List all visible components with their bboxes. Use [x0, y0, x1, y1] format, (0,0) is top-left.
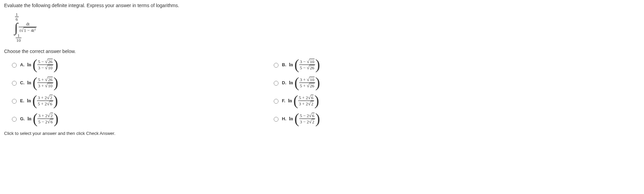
choice-h[interactable]: H. ln( 5 − 2√6 3 − 2√2 ): [272, 113, 534, 125]
choice-e[interactable]: E. ln( 3 + 2√2 5 + 2√6 ): [10, 95, 272, 107]
label-f: F.: [282, 98, 285, 103]
instruction-text: Click to select your answer and then cli…: [4, 131, 640, 136]
radio-h[interactable]: [274, 117, 278, 122]
radio-b[interactable]: [274, 63, 278, 68]
label-b: B.: [282, 62, 286, 67]
label-d: D.: [282, 80, 286, 85]
radio-c[interactable]: [12, 81, 17, 86]
label-h: H.: [282, 116, 286, 121]
question-text: Evaluate the following definite integral…: [4, 3, 640, 8]
choice-f[interactable]: F. ln( 5 + 2√6 3 + 2√2 ): [272, 95, 534, 107]
radio-d[interactable]: [274, 81, 278, 86]
integral-expression: 1 6 ∫ dt t√1 − 4t2 1 10: [14, 12, 640, 42]
radio-a[interactable]: [12, 63, 17, 68]
choice-a[interactable]: A. ln( 5 − √26 3 − √10 ): [10, 59, 272, 71]
choice-c[interactable]: C. ln( 5 + √26 3 + √10 ): [10, 77, 272, 89]
label-c: C.: [20, 80, 24, 85]
choice-d[interactable]: D. ln( 3 + √10 5 + √26 ): [272, 77, 534, 89]
radio-e[interactable]: [12, 99, 17, 104]
choice-b[interactable]: B. ln( 3 − √10 5 − √26 ): [272, 59, 534, 71]
label-g: G.: [20, 116, 25, 121]
choice-g[interactable]: G. ln( 3 + 2√2 5 − 2√6 ): [10, 113, 272, 125]
answer-choices: A. ln( 5 − √26 3 − √10 ) B. ln( 3 − √10 …: [10, 59, 640, 125]
radio-g[interactable]: [12, 117, 17, 122]
radio-f[interactable]: [274, 99, 278, 104]
label-a: A.: [20, 62, 24, 67]
label-e: E.: [20, 98, 24, 103]
choose-prompt: Choose the correct answer below.: [4, 49, 640, 54]
